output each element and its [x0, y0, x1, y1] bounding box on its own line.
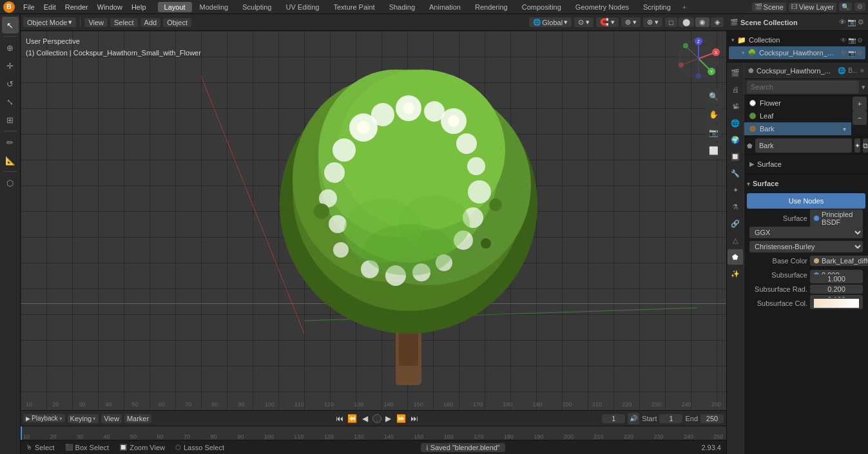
tab-sculpting[interactable]: Sculpting: [236, 2, 278, 12]
navigation-gizmo[interactable]: X Y Z: [676, 36, 721, 81]
material-props-icon[interactable]: ⬟: [728, 249, 743, 265]
blender-logo[interactable]: B: [3, 1, 15, 14]
tab-shading[interactable]: Shading: [383, 2, 421, 12]
marker-menu[interactable]: Marker: [124, 414, 151, 423]
global-search[interactable]: 🔍: [839, 3, 852, 11]
tab-compositing[interactable]: Compositing: [516, 2, 568, 12]
next-keyframe-btn[interactable]: ⏩: [396, 413, 407, 424]
scene-selector[interactable]: 🎬 Scene: [752, 3, 786, 12]
tool-add[interactable]: ⬡: [2, 175, 19, 191]
mat-link-icon[interactable]: 🌐: [838, 67, 845, 74]
playback-mode[interactable]: ▶ Playback ▾: [23, 414, 65, 422]
mat-item-leaf[interactable]: Leaf: [744, 109, 851, 122]
render-visibility-btn[interactable]: 📷: [847, 18, 856, 26]
overlay-btn[interactable]: ⊛ ▾: [643, 17, 662, 27]
surface-value[interactable]: Principled BSDF: [810, 209, 863, 227]
timeline-ruler[interactable]: 10 20 30 40 50 60 70 80 90 100 110 120 1…: [21, 426, 726, 440]
tool-annotate[interactable]: ✏: [2, 134, 19, 151]
viewport-canvas[interactable]: User Perspective (1) Collection | Cocksp…: [21, 31, 726, 410]
scene-props-icon[interactable]: 🌐: [728, 115, 743, 131]
mat-filter-btn[interactable]: ▾: [862, 83, 865, 91]
view-layer-selector[interactable]: 🎞 View Layer: [789, 3, 836, 12]
keying-menu[interactable]: Keying ▾: [68, 414, 99, 423]
surface-section-header[interactable]: ▾ Surface: [747, 176, 865, 191]
mat-options-icon[interactable]: ≡: [860, 67, 864, 74]
tab-layout[interactable]: Layout: [158, 2, 192, 12]
start-frame-input[interactable]: [659, 414, 682, 423]
ggx-dropdown[interactable]: GGX: [749, 227, 863, 238]
object-mode-dropdown[interactable]: Object Mode ▾: [23, 17, 76, 27]
pan-tool[interactable]: ✋: [706, 107, 721, 122]
zoom-in-tool[interactable]: 🔍: [706, 89, 721, 104]
material-name-input[interactable]: [755, 138, 852, 153]
tree-item-collection[interactable]: ▾ 📁 Collection 👁 📷 ⚙: [729, 33, 865, 46]
add-menu-btn[interactable]: Add: [140, 18, 161, 27]
solid-btn[interactable]: ⬤: [679, 17, 694, 27]
proportional-btn[interactable]: ⊚ ▾: [621, 17, 641, 27]
mat-item-bark[interactable]: Bark ▾: [744, 122, 851, 135]
rendered-btn[interactable]: ◉: [695, 17, 709, 27]
mat-browse-icon[interactable]: B...: [848, 67, 858, 74]
christensen-dropdown[interactable]: Christensen-Burley: [749, 241, 863, 252]
play-btn[interactable]: ▶: [383, 413, 394, 424]
pivot-btn[interactable]: ⊙ ▾: [574, 17, 593, 27]
view-layer-props-icon[interactable]: 📽: [728, 99, 743, 114]
obj-visibility[interactable]: 👁: [840, 50, 847, 57]
tab-texture-paint[interactable]: Texture Paint: [327, 2, 381, 12]
tool-transform[interactable]: ⊞: [2, 111, 19, 128]
global-options[interactable]: ⚙: [854, 3, 865, 11]
output-props-icon[interactable]: 🖨: [728, 82, 743, 97]
add-material-btn[interactable]: +: [853, 97, 867, 111]
bark-dropdown[interactable]: ▾: [843, 126, 846, 133]
new-material-btn[interactable]: ✦: [854, 138, 860, 153]
audio-btn[interactable]: 🔊: [628, 413, 639, 424]
object-menu-btn[interactable]: Object: [163, 18, 191, 27]
copy-material-btn[interactable]: ⧉: [863, 138, 868, 153]
mat-item-flower[interactable]: Flower: [744, 97, 851, 109]
tool-scale[interactable]: ⤡: [2, 93, 19, 110]
snap-btn[interactable]: 🧲 ▾: [596, 17, 619, 27]
tab-add-button[interactable]: +: [679, 2, 690, 12]
use-nodes-button[interactable]: Use Nodes: [747, 193, 865, 209]
physics-icon[interactable]: ⚗: [728, 199, 743, 214]
subsurface-col-value[interactable]: [810, 298, 863, 309]
tree-visibility[interactable]: 👁: [840, 37, 847, 44]
preview-section[interactable]: ▶ Surface: [744, 155, 868, 174]
tab-rendering[interactable]: Rendering: [468, 2, 514, 12]
material-search-input[interactable]: [747, 80, 859, 93]
jump-to-start-btn[interactable]: ⏮: [334, 413, 345, 424]
constraints-icon[interactable]: 🔗: [728, 216, 743, 231]
subsurf-rad-2[interactable]: 0.200: [810, 285, 863, 294]
tool-rotate[interactable]: ↺: [2, 75, 19, 92]
end-frame-input[interactable]: [700, 414, 724, 423]
tab-animation[interactable]: Animation: [423, 2, 467, 12]
tool-measure[interactable]: 📐: [2, 152, 19, 169]
visibility-btn[interactable]: 👁: [839, 18, 846, 26]
jump-to-end-btn[interactable]: ⏭: [409, 413, 420, 424]
tree-options[interactable]: ⚙: [857, 37, 863, 44]
modifiers-icon[interactable]: 🔧: [728, 166, 743, 181]
menu-edit[interactable]: Edit: [40, 2, 60, 12]
render-props-icon[interactable]: 🎬: [728, 65, 743, 80]
tool-cursor[interactable]: ⊕: [2, 39, 19, 56]
object-data-icon[interactable]: △: [728, 232, 743, 248]
transform-global[interactable]: 🌐 Global ▾: [529, 17, 572, 27]
subsurf-rad-1[interactable]: 1.000: [810, 274, 863, 283]
select-menu-btn[interactable]: Select: [110, 18, 138, 27]
tab-modeling[interactable]: Modeling: [193, 2, 235, 12]
base-color-value[interactable]: Bark_Leaf_diffuse...: [810, 256, 868, 266]
menu-help[interactable]: Help: [128, 2, 150, 12]
wireframe-btn[interactable]: □: [665, 17, 677, 27]
tree-item-object[interactable]: ▾ 🌳 Cockspur_Hawthorn_Sm... 👁 📷 ⚙: [729, 46, 865, 59]
obj-options[interactable]: ⚙: [857, 50, 863, 57]
object-props-icon[interactable]: 🔲: [728, 149, 743, 164]
play-reverse-btn[interactable]: ◀: [360, 413, 371, 424]
tool-move[interactable]: ✛: [2, 57, 19, 74]
current-frame-input[interactable]: [602, 414, 625, 423]
obj-render-vis[interactable]: 📷: [848, 50, 856, 57]
shader-fx-icon[interactable]: ✨: [728, 266, 743, 281]
tab-scripting[interactable]: Scripting: [637, 2, 677, 12]
scene-col-options[interactable]: ⚙: [858, 18, 864, 26]
menu-render[interactable]: Render: [61, 2, 92, 12]
tool-select[interactable]: ↖: [2, 17, 19, 33]
